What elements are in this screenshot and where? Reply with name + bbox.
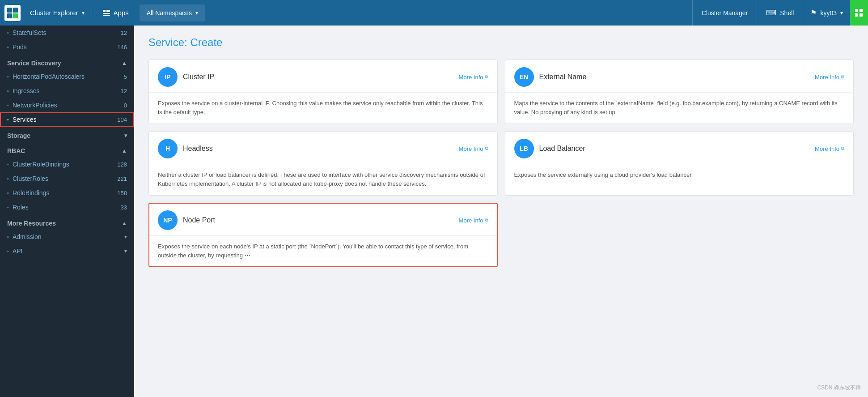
shell-button[interactable]: ⌨ Shell [757, 0, 803, 26]
section-rbac: RBAC ▲ [0, 142, 134, 157]
cluster-manager-button[interactable]: Cluster Manager [692, 0, 757, 26]
section-storage: Storage ▾ [0, 127, 134, 142]
cluster-ip-description: Exposes the service on a cluster-interna… [149, 93, 497, 124]
user-menu-button[interactable]: ⚑ kyy03 ▾ [803, 0, 850, 26]
status-indicator [850, 0, 868, 26]
node-port-external-link-icon: ⧉ [485, 218, 488, 223]
sidebar-item-roles[interactable]: ▪ Roles 33 [0, 200, 134, 214]
roles-icon: ▪ [7, 205, 9, 210]
page-title: Service: Create [148, 36, 854, 49]
service-card-load-balancer[interactable]: LB Load Balancer More Info ⧉ Exposes the… [505, 131, 854, 196]
node-port-description: Exposes the service on each node's IP at… [149, 236, 497, 267]
logo-icon [4, 5, 21, 21]
api-chevron-icon: ▾ [124, 248, 127, 254]
headless-external-link-icon: ⧉ [485, 146, 488, 151]
shell-icon: ⌨ [766, 9, 776, 17]
service-card-cluster-ip[interactable]: IP Cluster IP More Info ⧉ Exposes the se… [148, 60, 498, 124]
watermark: CSDN @东坡不祥 [817, 384, 861, 392]
section-more-resources: More Resources ▲ [0, 214, 134, 230]
external-name-avatar: EN [514, 67, 534, 87]
external-name-description: Maps the service to the contents of the … [505, 93, 854, 124]
rbac-toggle[interactable]: ▲ [122, 148, 127, 154]
services-icon: ▪ [7, 117, 9, 122]
apps-button[interactable]: Apps [94, 0, 138, 26]
svg-rect-3 [13, 13, 18, 18]
sidebar-item-rolebindings[interactable]: ▪ RoleBindings 158 [0, 186, 134, 200]
main-layout: ▪ StatefulSets 12 ▪ Pods 146 Service Dis… [0, 26, 868, 397]
user-icon: ⚑ [810, 9, 817, 17]
more-resources-toggle[interactable]: ▲ [122, 220, 127, 226]
sidebar-item-hpa[interactable]: ▪ HorizontalPodAutoscalers 5 [0, 69, 134, 84]
admission-icon: ▪ [7, 234, 9, 239]
cluster-ip-more-info[interactable]: More Info ⧉ [459, 74, 488, 81]
pods-icon: ▪ [7, 44, 9, 50]
namespace-selector[interactable]: All Namespaces ▾ [140, 4, 205, 21]
top-nav: Cluster Explorer ▾ Apps All Namespaces ▾… [0, 0, 868, 26]
sidebar: ▪ StatefulSets 12 ▪ Pods 146 Service Dis… [0, 26, 134, 397]
sidebar-item-api[interactable]: ▪ API ▾ [0, 244, 134, 258]
headless-more-info[interactable]: More Info ⧉ [459, 145, 488, 152]
nav-right-group: Cluster Manager ⌨ Shell ⚑ kyy03 ▾ [692, 0, 868, 26]
sidebar-item-clusterroles[interactable]: ▪ ClusterRoles 221 [0, 171, 134, 186]
sidebar-item-networkpolicies[interactable]: ▪ NetworkPolicies 0 [0, 98, 134, 112]
sidebar-item-clusterrolebindings[interactable]: ▪ ClusterRoleBindings 128 [0, 157, 134, 171]
svg-rect-7 [103, 15, 110, 16]
user-chevron-icon: ▾ [840, 10, 843, 16]
brand-label[interactable]: Cluster Explorer ▾ [25, 9, 90, 17]
api-icon: ▪ [7, 248, 9, 254]
ingresses-icon: ▪ [7, 88, 9, 94]
service-type-grid: IP Cluster IP More Info ⧉ Exposes the se… [148, 60, 854, 267]
cr-icon: ▪ [7, 176, 9, 181]
svg-rect-11 [860, 13, 863, 17]
svg-rect-2 [7, 13, 12, 18]
sidebar-item-ingresses[interactable]: ▪ Ingresses 12 [0, 84, 134, 98]
load-balancer-description: Exposes the service externally using a c… [505, 164, 854, 187]
grid-icon [855, 9, 864, 17]
storage-toggle[interactable]: ▾ [124, 132, 127, 139]
svg-rect-0 [7, 8, 12, 13]
statefulsets-icon: ▪ [7, 30, 9, 35]
svg-rect-10 [855, 13, 858, 17]
rb-icon: ▪ [7, 190, 9, 196]
node-port-avatar: NP [158, 210, 178, 230]
sidebar-item-services[interactable]: ▪ Services 104 [0, 112, 134, 127]
load-balancer-avatar: LB [514, 139, 534, 158]
svg-rect-1 [13, 8, 18, 13]
svg-rect-6 [103, 13, 110, 14]
sidebar-item-statefulsets[interactable]: ▪ StatefulSets 12 [0, 26, 134, 40]
networkpolicies-icon: ▪ [7, 102, 9, 108]
external-name-more-info[interactable]: More Info ⧉ [815, 74, 844, 81]
load-balancer-external-link-icon: ⧉ [841, 146, 844, 151]
logo-area [0, 0, 25, 26]
load-balancer-more-info[interactable]: More Info ⧉ [815, 145, 844, 152]
svg-rect-4 [103, 10, 106, 12]
service-discovery-toggle[interactable]: ▲ [122, 60, 127, 66]
svg-rect-5 [106, 10, 110, 12]
external-name-external-link-icon: ⧉ [841, 74, 844, 80]
main-content: Service: Create IP Cluster IP More Info … [134, 26, 868, 397]
section-service-discovery: Service Discovery ▲ [0, 54, 134, 69]
hpa-icon: ▪ [7, 74, 9, 79]
svg-rect-9 [860, 9, 863, 12]
cluster-ip-external-link-icon: ⧉ [485, 74, 488, 80]
crb-icon: ▪ [7, 162, 9, 167]
headless-avatar: H [158, 139, 178, 158]
service-card-external-name[interactable]: EN External Name More Info ⧉ Maps the se… [505, 60, 854, 124]
apps-icon [103, 10, 110, 16]
cluster-ip-avatar: IP [158, 67, 178, 87]
brand-chevron-icon: ▾ [82, 10, 85, 16]
sidebar-item-pods[interactable]: ▪ Pods 146 [0, 40, 134, 54]
service-card-headless[interactable]: H Headless More Info ⧉ Neither a cluster… [148, 131, 498, 196]
namespace-chevron-icon: ▾ [195, 10, 198, 16]
svg-rect-8 [855, 9, 858, 12]
admission-chevron-icon: ▾ [124, 234, 127, 240]
service-card-node-port[interactable]: NP Node Port More Info ⧉ Exposes the ser… [148, 203, 498, 267]
node-port-more-info[interactable]: More Info ⧉ [459, 217, 488, 224]
headless-description: Neither a cluster IP or load balancer is… [149, 164, 497, 195]
nav-divider-1 [92, 6, 92, 20]
sidebar-item-admission[interactable]: ▪ Admission ▾ [0, 230, 134, 244]
